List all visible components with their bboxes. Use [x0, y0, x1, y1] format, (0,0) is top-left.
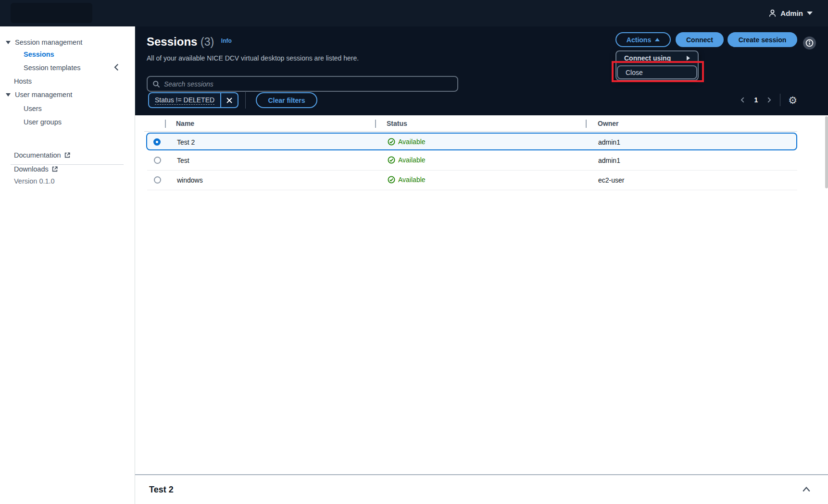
gear-icon[interactable]: ⚙: [788, 95, 797, 105]
tree-caret-icon: [6, 93, 11, 97]
current-page[interactable]: 1: [754, 96, 758, 104]
info-link[interactable]: Info: [221, 37, 232, 44]
sidebar-link-downloads[interactable]: Downloads: [0, 163, 135, 175]
close-icon: [226, 97, 233, 104]
radio-button[interactable]: [154, 157, 161, 164]
sidebar-section-session-management[interactable]: Session management: [0, 37, 135, 48]
row-divider: [147, 190, 797, 190]
sidebar-section-label: Session management: [15, 38, 82, 46]
chevron-up-icon[interactable]: [802, 486, 811, 494]
sidebar-item-sessions[interactable]: Sessions: [0, 49, 135, 60]
radio-button[interactable]: [154, 176, 161, 184]
page-title: Sessions (3) Info: [147, 35, 232, 49]
user-menu[interactable]: Admin: [768, 0, 813, 26]
menu-item-label: Close: [626, 69, 643, 76]
remove-filter-button[interactable]: [220, 93, 238, 107]
split-panel: Test 2: [135, 474, 828, 504]
menu-item-connect-using[interactable]: Connect using: [616, 51, 698, 65]
sidebar-item-label: Hosts: [14, 77, 32, 85]
session-owner: admin1: [598, 138, 620, 146]
sidebar-link-label: Downloads: [14, 165, 49, 173]
filter-token[interactable]: Status != DELETED: [148, 92, 238, 108]
header-underline: [144, 131, 797, 132]
column-header-status: Status: [387, 120, 407, 127]
pagination-divider: [780, 94, 780, 106]
status-available-icon: [388, 138, 395, 146]
search-icon: [152, 80, 160, 88]
nice-dcv-console: Admin Session management Sessions Sessio…: [0, 0, 828, 504]
column-header-name: Name: [176, 120, 194, 127]
create-session-button[interactable]: Create session: [728, 32, 797, 47]
filter-token-label: Status != DELETED: [155, 96, 214, 105]
external-link-icon: [64, 152, 71, 159]
sidebar-link-documentation[interactable]: Documentation: [0, 149, 135, 161]
sidebar-section-label: User management: [15, 91, 72, 98]
app-logo[interactable]: [11, 3, 92, 23]
caret-down-icon: [807, 12, 813, 15]
status-badge: Available: [398, 156, 426, 164]
actions-label: Actions: [627, 36, 651, 44]
menu-item-close[interactable]: Close: [617, 65, 697, 79]
status-badge: Available: [398, 138, 426, 146]
info-panel-button[interactable]: [803, 37, 816, 49]
version-label: Version 0.1.0: [0, 175, 135, 187]
session-owner: admin1: [598, 157, 620, 164]
top-bar: Admin: [0, 0, 828, 26]
sidebar-item-session-templates[interactable]: Session templates: [0, 62, 135, 74]
user-name-label: Admin: [780, 9, 803, 17]
scrollbar-thumb[interactable]: [825, 116, 828, 188]
table-row[interactable]: Test 2 Available admin1: [146, 133, 797, 150]
session-count: (3): [201, 36, 214, 48]
actions-button[interactable]: Actions: [615, 32, 671, 47]
pagination: 1 ⚙: [740, 94, 797, 106]
search-box: [147, 76, 458, 92]
clear-filters-button[interactable]: Clear filters: [256, 92, 317, 108]
sidebar-item-label: User groups: [24, 118, 62, 126]
page-next-icon[interactable]: [765, 97, 772, 103]
table-row[interactable]: Test Available admin1: [146, 151, 797, 170]
sidebar-link-label: Documentation: [14, 151, 61, 159]
sidebar-item-user-groups[interactable]: User groups: [0, 116, 135, 128]
search-input[interactable]: [164, 80, 452, 88]
radio-button-selected[interactable]: [153, 138, 161, 146]
menu-item-label: Connect using: [624, 54, 671, 62]
session-name: Test: [177, 157, 189, 164]
sidebar-item-label: Users: [24, 105, 42, 112]
submenu-arrow-icon: [687, 56, 690, 61]
page-prev-icon[interactable]: [740, 97, 746, 103]
sidebar-item-users[interactable]: Users: [0, 103, 135, 114]
session-name: Test 2: [177, 138, 195, 146]
column-divider: [375, 120, 376, 128]
sidebar-item-hosts[interactable]: Hosts: [0, 75, 135, 87]
sidebar-section-user-management[interactable]: User management: [0, 89, 135, 100]
filter-divider: [245, 91, 246, 109]
sidebar-item-label: Sessions: [24, 50, 54, 58]
connect-button[interactable]: Connect: [676, 32, 724, 47]
split-panel-title: Test 2: [149, 485, 174, 495]
table-row[interactable]: windows Available ec2-user: [146, 170, 797, 189]
connect-label: Connect: [686, 36, 713, 44]
status-available-icon: [388, 176, 395, 184]
side-navigation: Session management Sessions Session temp…: [0, 26, 135, 504]
session-owner: ec2-user: [598, 176, 624, 184]
sidebar-item-label: Session templates: [24, 64, 80, 72]
column-divider: [165, 120, 166, 128]
status-available-icon: [388, 156, 395, 164]
column-divider: [586, 120, 587, 128]
page-subtitle: All of your available NICE DCV virtual d…: [147, 54, 359, 62]
clear-filters-label: Clear filters: [268, 97, 305, 104]
actions-dropdown-menu: Connect using Close: [615, 50, 699, 81]
info-icon: [805, 39, 814, 47]
create-session-label: Create session: [739, 36, 787, 44]
external-link-icon: [51, 166, 58, 172]
tree-caret-icon: [6, 41, 11, 44]
user-icon: [768, 9, 777, 17]
column-header-owner: Owner: [598, 120, 619, 127]
page-header: Sessions (3) Info All of your available …: [135, 26, 828, 115]
session-name: windows: [177, 176, 203, 184]
status-badge: Available: [398, 176, 426, 184]
caret-up-icon: [655, 38, 660, 41]
sessions-table: Name Status Owner Test 2 Available admin…: [135, 115, 828, 474]
